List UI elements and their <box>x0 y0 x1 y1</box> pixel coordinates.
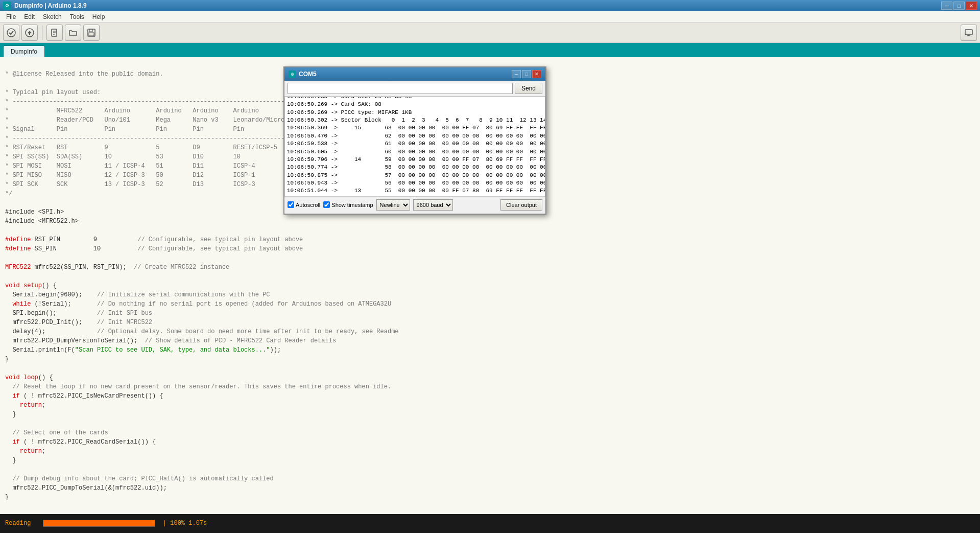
show-timestamp-checkbox-label[interactable]: Show timestamp <box>323 201 373 208</box>
verify-button[interactable] <box>3 25 19 41</box>
toolbar-right <box>961 25 977 41</box>
window-title: DumpInfo | Arduino 1.8.9 <box>14 2 941 9</box>
menu-sketch[interactable]: Sketch <box>39 12 66 21</box>
svg-point-0 <box>7 29 15 37</box>
clear-output-button[interactable]: Clear output <box>500 199 542 211</box>
autoscroll-label: Autoscroll <box>296 202 320 208</box>
tab-dumpinfo[interactable]: DumpInfo <box>3 45 45 57</box>
maximize-button[interactable]: □ <box>953 2 965 10</box>
serial-monitor-button[interactable] <box>961 25 977 41</box>
progress-label: | 100% 1.07s <box>159 520 207 527</box>
autoscroll-checkbox[interactable] <box>288 201 294 208</box>
newline-select[interactable]: Newline <box>376 199 410 211</box>
serial-monitor-title-bar: ⚙ COM5 ─ □ ✕ <box>284 67 545 81</box>
send-button[interactable]: Send <box>515 83 542 94</box>
menu-tools[interactable]: Tools <box>66 12 88 21</box>
svg-rect-9 <box>89 33 94 36</box>
status-bar: Reading | 100% 1.07s <box>0 514 980 532</box>
status-text: Reading <box>5 520 31 527</box>
show-timestamp-label: Show timestamp <box>331 202 373 208</box>
window-controls: ─ □ ✕ <box>941 2 977 10</box>
open-button[interactable] <box>65 25 81 41</box>
menu-file[interactable]: File <box>2 12 20 21</box>
progress-bar <box>43 520 155 527</box>
progress-fill <box>43 520 155 526</box>
autoscroll-checkbox-label[interactable]: Autoscroll <box>288 201 320 208</box>
serial-output[interactable]: 10:06:38.154 -> Firmware Version: 0x92 =… <box>284 97 545 197</box>
menu-bar: File Edit Sketch Tools Help <box>0 11 980 22</box>
baud-rate-select[interactable]: 9600 baud <box>413 199 453 211</box>
menu-edit[interactable]: Edit <box>20 12 39 21</box>
show-timestamp-checkbox[interactable] <box>323 201 330 208</box>
serial-monitor-dialog: ⚙ COM5 ─ □ ✕ Send 10:06:38.154 -> Firmwa… <box>283 66 546 215</box>
close-button[interactable]: ✕ <box>966 2 977 10</box>
upload-button[interactable] <box>21 25 38 41</box>
serial-bottom-bar: Autoscroll Show timestamp Newline 9600 b… <box>284 197 545 212</box>
tab-bar: DumpInfo <box>0 43 980 57</box>
main-area: * @license Released into the public doma… <box>0 57 980 514</box>
svg-rect-10 <box>965 30 972 35</box>
save-button[interactable] <box>83 25 100 41</box>
menu-help[interactable]: Help <box>88 12 109 21</box>
serial-monitor-close[interactable]: ✕ <box>532 70 541 78</box>
progress-container: Reading | 100% 1.07s <box>5 520 207 527</box>
serial-monitor-icon: ⚙ <box>289 71 296 78</box>
app-icon: ⚙ <box>3 2 11 10</box>
serial-monitor-maximize[interactable]: □ <box>522 70 531 78</box>
serial-monitor-minimize[interactable]: ─ <box>512 70 521 78</box>
serial-monitor-win-controls: ─ □ ✕ <box>512 70 541 78</box>
toolbar <box>0 22 980 43</box>
title-bar: ⚙ DumpInfo | Arduino 1.8.9 ─ □ ✕ <box>0 0 980 11</box>
new-button[interactable] <box>46 25 63 41</box>
minimize-button[interactable]: ─ <box>941 2 952 10</box>
toolbar-separator <box>42 26 42 40</box>
serial-input[interactable] <box>288 83 513 94</box>
serial-monitor-title-text: COM5 <box>299 71 512 78</box>
serial-input-row: Send <box>284 81 545 97</box>
